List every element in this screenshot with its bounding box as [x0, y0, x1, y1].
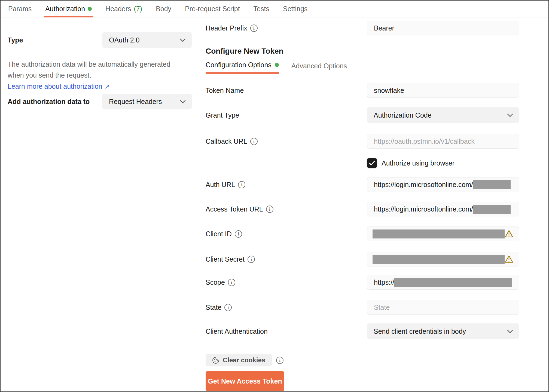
get-new-access-token-button[interactable]: Get New Access Token: [206, 371, 284, 391]
info-icon[interactable]: i: [238, 181, 245, 188]
chevron-down-icon: [507, 114, 513, 117]
grant-type-label: Grant Type: [206, 111, 239, 119]
checkmark-icon: [369, 161, 375, 166]
active-tab-underline: [44, 16, 93, 17]
token-name-input[interactable]: [367, 83, 519, 98]
info-icon[interactable]: i: [228, 279, 235, 286]
client-authentication-label: Client Authentication: [206, 327, 268, 335]
chevron-down-icon: [507, 330, 513, 333]
redaction-block: [473, 205, 511, 214]
scope-label: Scope: [206, 278, 225, 286]
request-tabbar: Params Authorization Headers (7) Body Pr…: [1, 1, 548, 17]
tab-params[interactable]: Params: [8, 1, 32, 17]
info-icon[interactable]: i: [235, 230, 242, 238]
scope-visible-text: https://: [374, 278, 394, 286]
warning-icon: [505, 255, 513, 263]
modified-dot-icon: [275, 63, 279, 67]
tab-body[interactable]: Body: [155, 1, 172, 17]
auth-type-value: OAuth 2.0: [109, 36, 140, 44]
tab-tests[interactable]: Tests: [253, 1, 270, 17]
add-auth-data-select[interactable]: Request Headers: [102, 94, 192, 109]
tab-label: Tests: [254, 5, 269, 13]
headers-count-badge: (7): [134, 5, 142, 13]
info-icon[interactable]: i: [266, 206, 273, 213]
tab-pre-request-script[interactable]: Pre-request Script: [184, 1, 240, 17]
tab-settings[interactable]: Settings: [282, 1, 308, 17]
client-secret-label: Client Secret: [206, 255, 245, 263]
info-icon[interactable]: i: [224, 304, 232, 311]
state-input[interactable]: [367, 300, 519, 315]
auth-url-input[interactable]: https://login.microsoftonline.com/: [367, 177, 519, 192]
state-label: State: [206, 304, 221, 311]
modified-dot-icon: [88, 7, 92, 11]
chevron-down-icon: [180, 100, 186, 103]
clear-cookies-label: Clear cookies: [223, 356, 265, 364]
grant-type-value: Authorization Code: [374, 111, 432, 119]
client-authentication-value: Send client credentials in body: [374, 327, 466, 335]
auth-url-label: Auth URL: [206, 181, 235, 189]
redaction-block: [473, 180, 511, 189]
tab-headers[interactable]: Headers (7): [105, 1, 143, 17]
add-auth-data-value: Request Headers: [109, 98, 162, 106]
auth-description-line2: when you send the request.: [8, 71, 91, 79]
tab-label: Settings: [283, 5, 307, 13]
request-editor-window: Params Authorization Headers (7) Body Pr…: [0, 0, 549, 392]
token-config-subtabs: Configuration Options Advanced Options: [206, 61, 548, 74]
tab-authorization[interactable]: Authorization: [45, 1, 92, 17]
tab-label: Authorization: [45, 5, 85, 13]
header-prefix-label: Header Prefix: [206, 24, 247, 32]
tab-label: Params: [8, 5, 32, 13]
client-authentication-select[interactable]: Send client credentials in body: [367, 323, 519, 339]
chevron-down-icon: [180, 38, 186, 42]
redaction-block: [373, 255, 505, 264]
authorize-browser-checkbox[interactable]: [367, 158, 377, 168]
auth-type-select[interactable]: OAuth 2.0: [102, 32, 192, 48]
callback-url-label: Callback URL: [206, 137, 247, 145]
tab-label: Pre-request Script: [185, 5, 240, 13]
subtab-label: Advanced Options: [291, 62, 347, 70]
info-icon[interactable]: i: [276, 357, 283, 364]
callback-url-input[interactable]: [367, 134, 519, 149]
access-token-url-label: Access Token URL: [206, 205, 263, 213]
subtab-label: Configuration Options: [206, 61, 272, 69]
configure-new-token-heading: Configure New Token: [206, 47, 548, 55]
info-icon[interactable]: i: [250, 138, 258, 145]
grant-type-select[interactable]: Authorization Code: [367, 107, 519, 123]
access-token-url-visible-text: https://login.microsoftonline.com/: [374, 205, 473, 213]
auth-url-visible-text: https://login.microsoftonline.com/: [374, 181, 473, 189]
client-id-input[interactable]: [367, 226, 519, 241]
cookie-icon: [212, 357, 219, 364]
subtab-configuration-options[interactable]: Configuration Options: [206, 61, 279, 74]
auth-description-line1: The authorization data will be automatic…: [8, 60, 170, 68]
client-id-label: Client ID: [206, 230, 232, 238]
access-token-url-input[interactable]: https://login.microsoftonline.com/: [367, 202, 519, 216]
client-secret-input[interactable]: [367, 252, 519, 267]
type-label: Type: [8, 36, 102, 44]
learn-more-link[interactable]: Learn more about authorization ↗: [8, 82, 110, 90]
warning-icon: [505, 230, 513, 238]
subtab-advanced-options[interactable]: Advanced Options: [291, 61, 347, 74]
oauth-config-panel: Header Prefix i Configure New Token Conf…: [199, 17, 548, 392]
tab-label: Headers: [105, 5, 131, 13]
info-icon[interactable]: i: [248, 256, 255, 263]
auth-type-panel: Type OAuth 2.0 The authorization data wi…: [1, 17, 199, 392]
scope-input[interactable]: https://: [367, 275, 519, 290]
redaction-block: [394, 278, 512, 287]
clear-cookies-button[interactable]: Clear cookies: [206, 354, 272, 366]
add-auth-data-label: Add authorization data to: [8, 98, 102, 106]
auth-description: The authorization data will be automatic…: [8, 59, 187, 81]
tab-label: Body: [156, 5, 171, 13]
token-name-label: Token Name: [206, 87, 244, 94]
redaction-block: [373, 229, 505, 238]
authorize-browser-label[interactable]: Authorize using browser: [382, 159, 455, 167]
info-icon[interactable]: i: [250, 24, 258, 32]
header-prefix-input[interactable]: [367, 21, 519, 35]
